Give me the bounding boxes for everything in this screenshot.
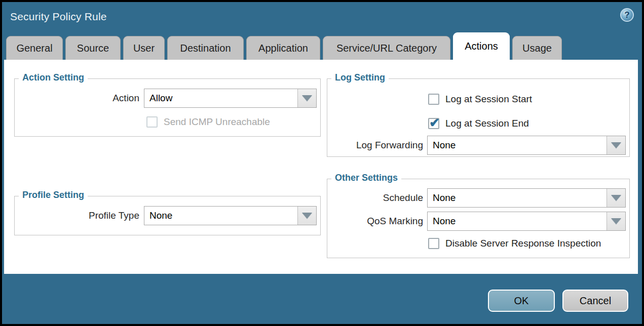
cancel-button[interactable]: Cancel xyxy=(562,290,628,312)
log-session-start-row: Log at Session Start xyxy=(428,93,532,106)
chevron-down-icon xyxy=(611,142,621,148)
tab-service-url-category[interactable]: Service/URL Category xyxy=(323,36,450,60)
log-session-start-checkbox[interactable] xyxy=(428,94,439,105)
other-settings-legend: Other Settings xyxy=(331,173,401,183)
action-label: Action xyxy=(14,89,139,108)
dialog-title: Security Policy Rule xyxy=(10,11,107,23)
dsri-checkbox[interactable] xyxy=(428,238,439,249)
log-session-end-row: Log at Session End xyxy=(428,117,529,130)
action-setting-legend: Action Setting xyxy=(19,72,88,83)
log-forwarding-dropdown[interactable]: None xyxy=(427,136,626,155)
schedule-dropdown-button[interactable] xyxy=(607,189,625,207)
action-dropdown-value: Allow xyxy=(149,93,172,103)
tab-bar: General Source User Destination Applicat… xyxy=(6,32,562,60)
profile-type-dropdown-value: None xyxy=(149,210,172,221)
send-icmp-label: Send ICMP Unreachable xyxy=(164,116,270,128)
schedule-label: Schedule xyxy=(328,188,423,208)
qos-marking-dropdown-button[interactable] xyxy=(607,212,625,230)
log-setting-legend: Log Setting xyxy=(331,72,389,83)
qos-marking-dropdown[interactable]: None xyxy=(427,212,626,231)
security-policy-rule-dialog: Security Policy Rule ? General Source Us… xyxy=(2,2,642,324)
tab-destination[interactable]: Destination xyxy=(167,36,244,60)
tab-content-panel: Action Setting Action Allow Send ICMP Un… xyxy=(4,60,638,274)
help-icon[interactable]: ? xyxy=(620,8,634,22)
profile-type-dropdown-button[interactable] xyxy=(297,207,316,225)
qos-marking-label: QoS Marking xyxy=(328,212,423,231)
action-dropdown[interactable]: Allow xyxy=(144,89,317,108)
log-session-start-label: Log at Session Start xyxy=(445,94,532,105)
chevron-down-icon xyxy=(302,95,312,101)
qos-marking-dropdown-value: None xyxy=(433,216,456,226)
log-forwarding-dropdown-button[interactable] xyxy=(607,136,625,154)
tab-user[interactable]: User xyxy=(123,36,165,60)
profile-setting-legend: Profile Setting xyxy=(19,190,88,200)
profile-type-dropdown[interactable]: None xyxy=(144,206,317,225)
log-session-end-checkbox[interactable] xyxy=(428,118,439,129)
chevron-down-icon xyxy=(302,213,312,219)
send-icmp-row: Send ICMP Unreachable xyxy=(146,115,270,129)
tab-source[interactable]: Source xyxy=(65,36,121,60)
dsri-label: Disable Server Response Inspection xyxy=(445,238,601,249)
tab-usage[interactable]: Usage xyxy=(512,36,562,60)
tab-general[interactable]: General xyxy=(6,36,63,60)
ok-button[interactable]: OK xyxy=(488,290,555,312)
tab-application[interactable]: Application xyxy=(246,36,320,60)
schedule-dropdown-value: None xyxy=(433,192,456,203)
schedule-dropdown[interactable]: None xyxy=(427,188,626,208)
send-icmp-checkbox[interactable] xyxy=(146,116,158,128)
action-dropdown-button[interactable] xyxy=(297,89,316,107)
tab-actions[interactable]: Actions xyxy=(453,32,510,60)
profile-type-label: Profile Type xyxy=(14,206,139,225)
log-forwarding-label: Log Forwarding xyxy=(328,136,423,155)
chevron-down-icon xyxy=(611,195,621,201)
chevron-down-icon xyxy=(611,218,621,224)
log-forwarding-dropdown-value: None xyxy=(433,140,456,150)
log-session-end-label: Log at Session End xyxy=(445,118,529,129)
dsri-row: Disable Server Response Inspection xyxy=(428,237,601,250)
